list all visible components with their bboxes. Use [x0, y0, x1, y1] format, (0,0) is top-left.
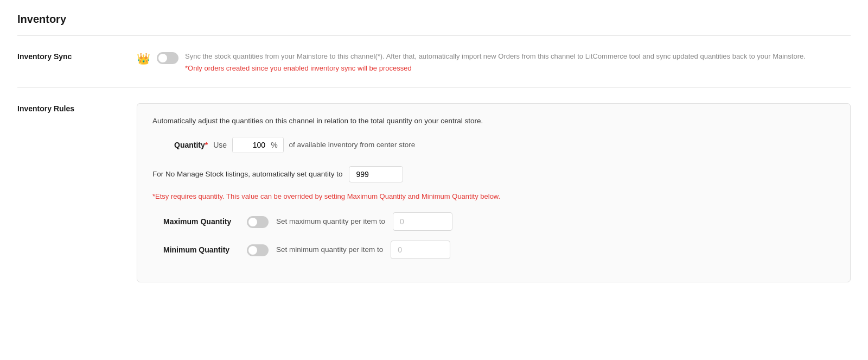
- max-quantity-input[interactable]: [393, 212, 452, 231]
- min-quantity-text: Set minimum quantity per item to: [276, 245, 383, 254]
- min-quantity-toggle[interactable]: [247, 244, 269, 256]
- inventory-rules-content: Automatically adjust the quantities on t…: [137, 103, 851, 282]
- min-quantity-input[interactable]: [391, 241, 450, 259]
- sync-description-wrap: Sync the stock quantities from your Main…: [185, 51, 806, 72]
- etsy-note-text: Etsy requires quantity. This value can b…: [155, 192, 500, 200]
- page-title: Inventory: [17, 13, 851, 36]
- max-quantity-label: Maximum Quantity: [163, 217, 239, 226]
- inventory-rules-section: Inventory Rules Automatically adjust the…: [17, 88, 851, 298]
- min-quantity-label: Minimum Quantity: [163, 245, 239, 254]
- sync-note: *Only orders created since you enabled i…: [185, 64, 806, 72]
- quantity-input-wrap: %: [232, 137, 283, 153]
- page-container: Inventory Inventory Sync 👑 Sync the stoc…: [0, 0, 868, 360]
- quantity-input[interactable]: [233, 137, 271, 153]
- use-text: Use: [213, 141, 227, 149]
- inventory-sync-toggle[interactable]: [157, 52, 178, 64]
- rules-description: Automatically adjust the quantities on t…: [152, 117, 835, 125]
- quantity-description: of available inventory from center store: [289, 141, 416, 149]
- rules-card: Automatically adjust the quantities on t…: [137, 103, 851, 282]
- quantity-row: Quantity* Use % of available inventory f…: [152, 137, 835, 153]
- sync-description: Sync the stock quantities from your Main…: [185, 51, 806, 62]
- max-quantity-text: Set maximum quantity per item to: [276, 217, 385, 225]
- no-manage-input[interactable]: [349, 166, 403, 182]
- etsy-note: *Etsy requires quantity. This value can …: [152, 192, 835, 200]
- sync-note-text: Only orders created since you enabled in…: [188, 64, 412, 72]
- no-manage-text: For No Manage Stock listings, automatica…: [152, 170, 342, 178]
- min-quantity-row: Minimum Quantity Set minimum quantity pe…: [152, 241, 835, 259]
- no-manage-stock-row: For No Manage Stock listings, automatica…: [152, 166, 835, 182]
- max-quantity-toggle[interactable]: [247, 216, 269, 228]
- min-toggle-slider: [247, 244, 269, 256]
- toggle-slider: [157, 52, 178, 64]
- crown-icon: 👑: [137, 52, 150, 65]
- quantity-required-star: *: [205, 141, 208, 149]
- inventory-sync-label: Inventory Sync: [17, 51, 137, 61]
- inventory-rules-label: Inventory Rules: [17, 103, 137, 113]
- inventory-sync-content: 👑 Sync the stock quantities from your Ma…: [137, 51, 851, 72]
- quantity-unit: %: [271, 137, 283, 153]
- sync-row: 👑 Sync the stock quantities from your Ma…: [137, 51, 851, 72]
- max-quantity-row: Maximum Quantity Set maximum quantity pe…: [152, 212, 835, 231]
- quantity-label: Quantity*: [174, 141, 208, 149]
- inventory-sync-section: Inventory Sync 👑 Sync the stock quantiti…: [17, 36, 851, 88]
- max-toggle-slider: [247, 216, 269, 228]
